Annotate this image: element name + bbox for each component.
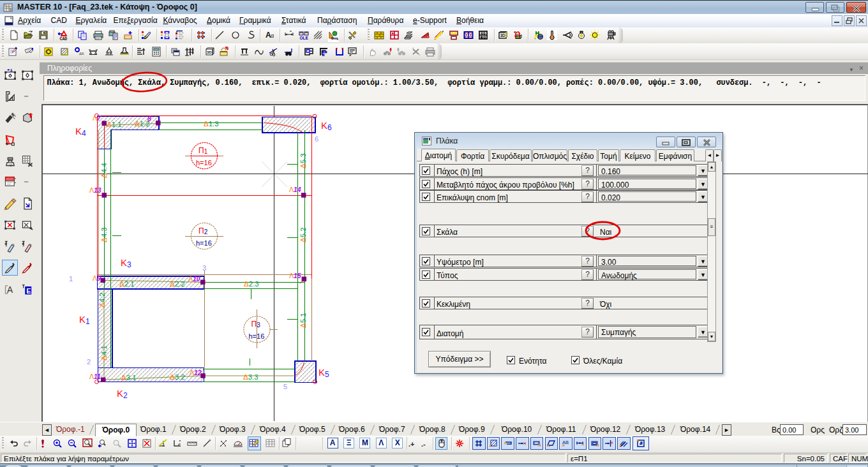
svg-text:h=16: h=16 — [196, 159, 212, 167]
svg-text:AB: AB — [562, 440, 569, 445]
svg-text:Δ3.2: Δ3.2 — [170, 373, 185, 381]
svg-text:Λ14: Λ14 — [289, 186, 301, 193]
svg-text:6: 6 — [315, 135, 318, 143]
svg-text:Δ1.3: Δ1.3 — [204, 120, 219, 128]
svg-text:2: 2 — [87, 358, 91, 366]
svg-text:3: 3 — [202, 264, 206, 272]
svg-text:Π1: Π1 — [198, 146, 208, 155]
svg-text:K4: K4 — [75, 126, 86, 138]
svg-text:Δ2.2: Δ2.2 — [170, 280, 185, 288]
svg-text:Δ4.2: Δ4.2 — [98, 292, 106, 308]
svg-text:Λ7: Λ7 — [93, 114, 101, 122]
svg-text:Δ4.1: Δ4.1 — [100, 345, 108, 360]
svg-text:K6: K6 — [321, 120, 332, 132]
svg-text:Π3: Π3 — [251, 320, 261, 329]
svg-text:Δ2.1: Δ2.1 — [119, 280, 135, 288]
svg-text:5: 5 — [283, 383, 287, 390]
svg-text:Δ5.3: Δ5.3 — [299, 153, 307, 168]
svg-text:Π2: Π2 — [198, 226, 208, 235]
svg-text:Δ4.3: Δ4.3 — [100, 227, 108, 242]
svg-text:Λ12: Λ12 — [190, 369, 202, 376]
svg-text:K5: K5 — [318, 367, 329, 379]
svg-text:h=16: h=16 — [249, 332, 265, 340]
svg-text:Δ1.1: Δ1.1 — [107, 121, 122, 128]
svg-text:Δ5.2: Δ5.2 — [299, 227, 307, 242]
svg-text:Δ2.3: Δ2.3 — [244, 280, 259, 288]
svg-text:8: 8 — [147, 115, 151, 122]
svg-text:Δ5.1: Δ5.1 — [299, 313, 307, 328]
svg-text:1: 1 — [69, 275, 73, 283]
svg-text:K1: K1 — [79, 314, 90, 326]
svg-text:Λ10: Λ10 — [188, 275, 200, 283]
svg-text:Λ15: Λ15 — [289, 272, 301, 279]
svg-text:Λ11: Λ11 — [89, 373, 101, 380]
svg-text:K3: K3 — [121, 257, 131, 269]
svg-text:Λ9: Λ9 — [93, 274, 101, 282]
svg-text:Δ3.3: Δ3.3 — [243, 373, 258, 381]
svg-text:K2: K2 — [117, 388, 128, 400]
svg-text:Δ3.1: Δ3.1 — [121, 374, 137, 382]
svg-text:Δ4.4: Δ4.4 — [100, 163, 108, 178]
svg-text:Λ13: Λ13 — [89, 186, 101, 194]
svg-text:h=16: h=16 — [196, 239, 212, 247]
